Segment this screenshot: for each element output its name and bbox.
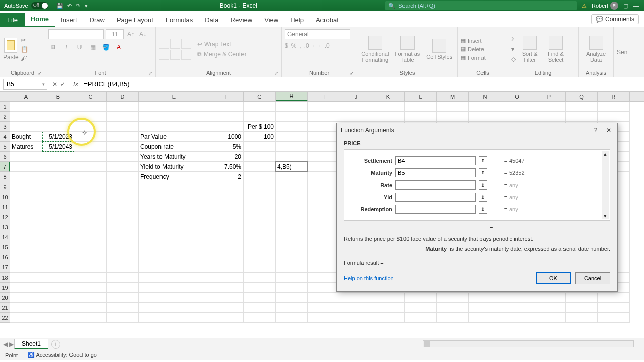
cell-I2[interactable] — [308, 112, 340, 122]
cell-I1[interactable] — [308, 102, 340, 112]
cell-A1[interactable] — [10, 102, 42, 112]
cell-A10[interactable] — [10, 192, 42, 202]
cell-D6[interactable] — [107, 152, 139, 162]
cell-L22[interactable] — [405, 313, 437, 323]
sheet-nav-prev-icon[interactable]: ◀ — [3, 341, 8, 348]
cell-A9[interactable] — [10, 182, 42, 192]
cell-C18[interactable] — [74, 273, 107, 283]
tab-view[interactable]: View — [258, 13, 284, 27]
cell-R20[interactable] — [598, 293, 630, 303]
cell-G7[interactable] — [244, 162, 276, 172]
cell-I7[interactable] — [308, 162, 340, 172]
tab-formulas[interactable]: Formulas — [159, 13, 199, 27]
row-header[interactable]: 10 — [0, 192, 10, 202]
col-header[interactable]: R — [598, 92, 630, 101]
cell-I14[interactable] — [308, 232, 340, 242]
comments-button[interactable]: 💬 Comments — [591, 14, 639, 24]
cell-C1[interactable] — [74, 102, 107, 112]
collapse-icon[interactable]: ↥ — [479, 156, 487, 165]
collapse-icon[interactable]: ↥ — [479, 168, 487, 177]
cell-E17[interactable] — [139, 262, 209, 273]
cell-A22[interactable] — [10, 313, 42, 323]
cell-B13[interactable] — [42, 222, 74, 232]
col-header[interactable]: J — [340, 92, 372, 101]
cell-G10[interactable] — [244, 192, 276, 202]
cell-B15[interactable] — [42, 242, 74, 252]
cell-D17[interactable] — [107, 262, 139, 273]
cell-N22[interactable] — [469, 313, 501, 323]
cell-I22[interactable] — [308, 313, 340, 323]
alignment-grid[interactable] — [159, 39, 191, 60]
comma-icon[interactable]: , — [299, 42, 301, 49]
border-icon[interactable]: ▦ — [88, 42, 98, 52]
cell-C9[interactable] — [74, 182, 107, 192]
row-header[interactable]: 22 — [0, 313, 10, 323]
col-header[interactable]: M — [437, 92, 469, 101]
cell-I4[interactable] — [308, 132, 340, 142]
cell-N20[interactable] — [469, 293, 501, 303]
row-header[interactable]: 21 — [0, 303, 10, 313]
cell-A14[interactable] — [10, 232, 42, 242]
cell-L1[interactable] — [405, 102, 437, 112]
row-header[interactable]: 18 — [0, 273, 10, 283]
arg-input-yld[interactable] — [395, 193, 476, 202]
cell-C10[interactable] — [74, 192, 107, 202]
col-header[interactable]: C — [74, 92, 107, 101]
alignment-launcher-icon[interactable]: ⤢ — [274, 70, 278, 76]
cell-O20[interactable] — [501, 293, 533, 303]
cell-R2[interactable] — [598, 112, 630, 122]
cell-I21[interactable] — [308, 303, 340, 313]
cell-I18[interactable] — [308, 273, 340, 283]
cell-D5[interactable] — [107, 142, 139, 152]
cell-P21[interactable] — [533, 303, 566, 313]
cell-G16[interactable] — [244, 252, 276, 262]
cell-D15[interactable] — [107, 242, 139, 252]
cell-B11[interactable] — [42, 202, 74, 212]
cell-C20[interactable] — [74, 293, 107, 303]
format-painter-icon[interactable]: 🖌 — [21, 55, 28, 62]
cell-H9[interactable] — [276, 182, 308, 192]
cell-P2[interactable] — [533, 112, 566, 122]
cell-C13[interactable] — [74, 222, 107, 232]
cell-P1[interactable] — [533, 102, 566, 112]
cell-C2[interactable] — [74, 112, 107, 122]
cell-O22[interactable] — [501, 313, 533, 323]
cell-F9[interactable] — [209, 182, 244, 192]
cell-C14[interactable] — [74, 232, 107, 242]
cell-G3[interactable]: Per $ 100 — [244, 122, 276, 132]
cell-E12[interactable] — [139, 212, 209, 222]
cell-C11[interactable] — [74, 202, 107, 212]
cell-G14[interactable] — [244, 232, 276, 242]
cell-D14[interactable] — [107, 232, 139, 242]
cell-C12[interactable] — [74, 212, 107, 222]
cell-F4[interactable]: 1000 — [209, 132, 244, 142]
arg-input-redemption[interactable] — [395, 205, 476, 214]
fill-icon[interactable]: ▾ — [511, 46, 516, 53]
sort-filter-button[interactable]: Sort & Filter — [518, 36, 542, 63]
decrease-decimal-icon[interactable]: ←.0 — [318, 42, 330, 49]
cell-A8[interactable] — [10, 172, 42, 182]
save-icon[interactable]: 💾 — [56, 3, 63, 9]
cell-H8[interactable] — [276, 172, 308, 182]
cell-E5[interactable]: Coupon rate — [139, 142, 209, 152]
cell-H14[interactable] — [276, 232, 308, 242]
cell-A18[interactable] — [10, 273, 42, 283]
cell-N1[interactable] — [469, 102, 501, 112]
cell-G12[interactable] — [244, 212, 276, 222]
cell-M22[interactable] — [437, 313, 469, 323]
cell-B4[interactable]: 5/1/2023 — [42, 132, 74, 142]
help-link[interactable]: Help on this function — [344, 275, 394, 281]
tab-home[interactable]: Home — [25, 12, 55, 27]
cell-F11[interactable] — [209, 202, 244, 212]
cell-D8[interactable] — [107, 172, 139, 182]
row-header[interactable]: 7 — [0, 162, 10, 172]
cell-M1[interactable] — [437, 102, 469, 112]
cell-H21[interactable] — [276, 303, 308, 313]
cell-H20[interactable] — [276, 293, 308, 303]
cell-G11[interactable] — [244, 202, 276, 212]
col-header[interactable]: G — [244, 92, 276, 101]
tab-acrobat[interactable]: Acrobat — [310, 13, 345, 27]
col-header[interactable]: H — [276, 92, 308, 101]
row-header[interactable]: 17 — [0, 262, 10, 273]
cell-R21[interactable] — [598, 303, 630, 313]
